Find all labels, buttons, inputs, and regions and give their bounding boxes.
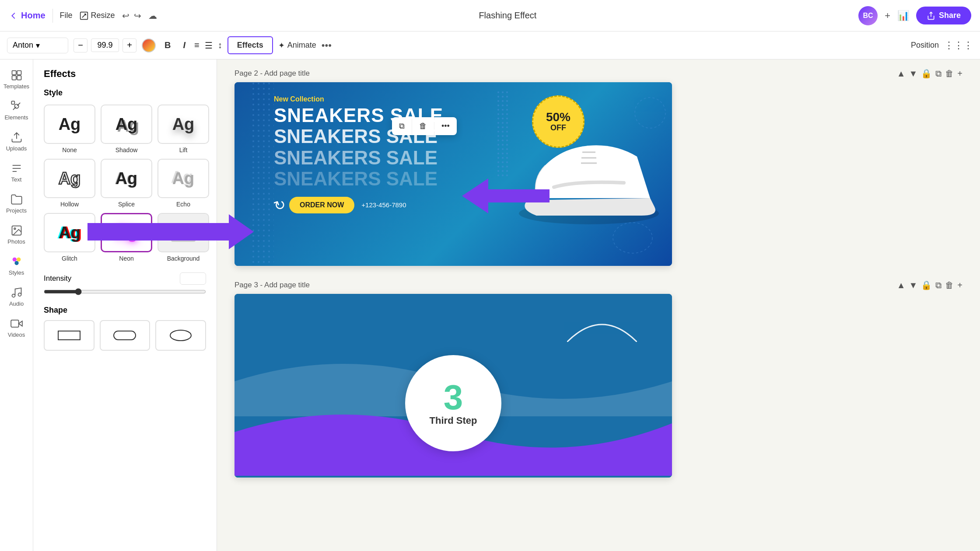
style-hollow-label: Hollow [60, 201, 79, 208]
sidebar-item-elements[interactable]: Elements [2, 96, 32, 125]
style-hollow[interactable]: Ag Hollow [44, 159, 95, 208]
badge-off: OFF [550, 123, 566, 133]
italic-button[interactable]: I [179, 38, 189, 52]
canvas-page-3[interactable]: 3 Third Step [234, 294, 672, 478]
page3-add[interactable]: + [957, 280, 962, 290]
delete-button[interactable]: 🗑 [945, 68, 954, 79]
text-align-button[interactable]: ≡ [194, 40, 200, 50]
file-button[interactable]: File [60, 11, 73, 20]
sneakers-line-3[interactable]: SNEAKERS SALE [274, 147, 443, 168]
svg-rect-14 [58, 331, 80, 340]
svg-rect-1 [12, 71, 16, 75]
line-height-button[interactable]: ↕ [218, 40, 222, 50]
undo-redo-group: ↩ ↪ [122, 10, 141, 21]
shape-rounded[interactable] [100, 320, 150, 351]
sidebar-item-audio[interactable]: Audio [2, 282, 32, 311]
font-selector[interactable]: Anton ▾ [7, 38, 68, 53]
add-page-button[interactable]: + [957, 68, 962, 79]
list-button[interactable]: ☰ [205, 40, 213, 51]
add-account-button[interactable]: + [885, 10, 890, 21]
third-step-label: Third Step [430, 415, 477, 426]
font-size-decrease[interactable]: − [74, 38, 88, 52]
style-shadow[interactable]: Ag Shadow [101, 105, 152, 153]
style-glitch[interactable]: Ag Glitch [44, 213, 95, 262]
style-section-title: Style [44, 88, 206, 98]
sneakers-line-1[interactable]: SNEAKERS SALE [274, 105, 443, 126]
sneaker-image [506, 82, 672, 266]
svg-rect-3 [12, 76, 16, 80]
main-layout: Templates Elements Uploads Text [0, 59, 980, 551]
animate-button[interactable]: ✦ Animate [278, 41, 316, 50]
format-toolbar: Anton ▾ − 99.9 + B I ≡ ☰ ↕ Effects ✦ Ani… [0, 31, 980, 59]
sidebar-item-photos[interactable]: Photos [2, 220, 32, 249]
avatar[interactable]: BC [858, 6, 878, 25]
sneakers-line-4[interactable]: SNEAKERS SALE [274, 168, 443, 189]
share-button[interactable]: Share [916, 7, 971, 24]
sidebar-item-templates[interactable]: Templates [2, 65, 32, 94]
sidebar-item-projects[interactable]: Projects [2, 189, 32, 218]
page-2-container: Page 2 - Add page title ▲ ▼ 🔒 ⧉ 🗑 + [234, 68, 962, 266]
home-button[interactable]: Home [9, 10, 46, 21]
font-size-input[interactable]: 99.9 [91, 38, 119, 52]
grid-options-button[interactable]: ⋮⋮⋮ [944, 40, 973, 51]
more-options-button[interactable]: ••• [322, 40, 332, 51]
third-step-circle: 3 Third Step [405, 355, 501, 451]
left-arrow-shape [462, 178, 550, 215]
style-none[interactable]: Ag None [44, 105, 95, 153]
style-grid: Ag None Ag Shadow Ag Lift Ag [44, 105, 206, 262]
lock-button[interactable]: 🔒 [921, 68, 932, 79]
page3-lock[interactable]: 🔒 [921, 280, 932, 290]
style-background[interactable]: Ag Background [158, 213, 209, 262]
copy-button[interactable]: ⧉ [935, 68, 942, 79]
position-button[interactable]: Position [911, 41, 939, 50]
style-echo[interactable]: Ag Echo [158, 159, 209, 208]
animate-icon: ✦ [278, 41, 285, 50]
shape-rectangle[interactable] [44, 320, 94, 351]
effects-button[interactable]: Effects [228, 36, 273, 54]
style-none-label: None [62, 146, 77, 153]
sidebar-item-videos[interactable]: Videos [2, 313, 32, 342]
phone-text: +123-456-7890 [361, 201, 406, 209]
undo-button[interactable]: ↩ [122, 10, 130, 21]
page-2-title: Page 2 - Add page title [234, 69, 310, 78]
style-splice[interactable]: Ag Splice [101, 159, 152, 208]
redo-button[interactable]: ↪ [134, 10, 141, 21]
page-3-title: Page 3 - Add page title [234, 281, 310, 289]
shape-circle[interactable] [155, 320, 206, 351]
font-size-increase[interactable]: + [122, 38, 136, 52]
intensity-input[interactable]: 20 [180, 272, 206, 285]
sidebar-uploads-label: Uploads [6, 145, 27, 152]
sidebar-item-uploads[interactable]: Uploads [2, 127, 32, 156]
resize-button[interactable]: Resize [80, 11, 115, 20]
intensity-slider[interactable] [44, 288, 206, 295]
expand-down-button[interactable]: ▼ [909, 68, 918, 79]
style-lift[interactable]: Ag Lift [158, 105, 209, 153]
page3-collapse-up[interactable]: ▲ [897, 280, 906, 290]
style-glitch-label: Glitch [62, 255, 77, 262]
bold-button[interactable]: B [161, 38, 174, 52]
divider [52, 9, 53, 23]
order-now-button[interactable]: ORDER NOW [289, 197, 354, 213]
sidebar: Templates Elements Uploads Text [0, 59, 33, 551]
sidebar-item-text[interactable]: Text [2, 158, 32, 187]
style-neon[interactable]: Ag Neon [101, 213, 152, 262]
analytics-button[interactable]: 📊 [897, 10, 909, 21]
effects-panel: Effects Style Ag None Ag Shadow Ag [33, 59, 217, 551]
canvas-page-2[interactable]: New Collection SNEAKERS SALE SNEAKERS SA… [234, 82, 672, 266]
page3-expand-down[interactable]: ▼ [909, 280, 918, 290]
canvas-area[interactable]: Page 2 - Add page title ▲ ▼ 🔒 ⧉ 🗑 + [217, 59, 980, 551]
sidebar-templates-label: Templates [4, 83, 29, 90]
sidebar-videos-label: Videos [8, 331, 25, 338]
page3-copy[interactable]: ⧉ [935, 280, 942, 290]
dots-left [252, 82, 274, 266]
sidebar-item-styles[interactable]: Styles [2, 251, 32, 280]
collapse-up-button[interactable]: ▲ [897, 68, 906, 79]
page3-delete[interactable]: 🗑 [945, 280, 954, 290]
badge-percent: 50% [546, 111, 570, 123]
svg-rect-13 [11, 320, 18, 327]
svg-point-8 [14, 228, 16, 230]
intensity-label: Intensity [44, 274, 71, 283]
sneakers-line-2[interactable]: SNEAKERS SALE [274, 126, 443, 147]
text-color-picker[interactable] [142, 38, 156, 52]
home-label: Home [21, 10, 46, 21]
